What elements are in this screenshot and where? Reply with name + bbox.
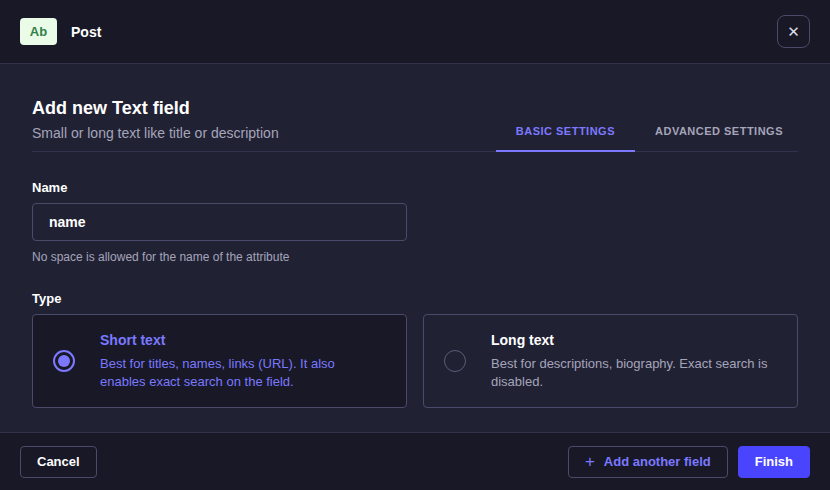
close-button[interactable]: ✕ <box>777 15 810 48</box>
dialog-heading: Add new Text field Small or long text li… <box>32 98 279 151</box>
plus-icon: + <box>585 453 595 470</box>
option-card-long-text[interactable]: Long text Best for descriptions, biograp… <box>423 314 798 408</box>
finish-button[interactable]: Finish <box>738 446 810 478</box>
name-field-group: Name No space is allowed for the name of… <box>32 180 798 264</box>
dialog-title-row: Add new Text field Small or long text li… <box>32 64 798 152</box>
radio-selected-icon[interactable] <box>53 350 75 372</box>
name-input[interactable] <box>32 203 407 241</box>
option-description: Best for titles, names, links (URL). It … <box>100 355 382 390</box>
option-title: Long text <box>491 332 773 348</box>
modal-body: Add new Text field Small or long text li… <box>0 64 830 432</box>
modal-footer: Cancel + Add another field Finish <box>0 432 830 490</box>
tab-advanced-settings[interactable]: ADVANCED SETTINGS <box>635 125 798 151</box>
content-type-title: Post <box>71 24 101 40</box>
close-icon: ✕ <box>787 24 800 39</box>
option-text: Long text Best for descriptions, biograp… <box>491 332 777 390</box>
option-text: Short text Best for titles, names, links… <box>100 332 386 390</box>
add-another-field-label: Add another field <box>604 454 711 469</box>
modal-header: Ab Post ✕ <box>0 0 830 64</box>
dialog-subtitle: Small or long text like title or descrip… <box>32 125 279 141</box>
name-helper-text: No space is allowed for the name of the … <box>32 250 798 264</box>
add-another-field-button[interactable]: + Add another field <box>568 446 728 478</box>
type-option-cards: Short text Best for titles, names, links… <box>32 314 798 408</box>
footer-actions: + Add another field Finish <box>568 446 810 478</box>
text-field-type-badge: Ab <box>20 18 57 45</box>
dialog-title: Add new Text field <box>32 98 279 119</box>
settings-tabs: BASIC SETTINGS ADVANCED SETTINGS <box>496 125 798 151</box>
option-description: Best for descriptions, biography. Exact … <box>491 355 773 390</box>
tab-basic-settings[interactable]: BASIC SETTINGS <box>496 125 635 151</box>
option-title: Short text <box>100 332 382 348</box>
radio-unselected-icon[interactable] <box>444 350 466 372</box>
type-field-group: Type Short text Best for titles, names, … <box>32 291 798 408</box>
option-card-short-text[interactable]: Short text Best for titles, names, links… <box>32 314 407 408</box>
cancel-button[interactable]: Cancel <box>20 446 97 478</box>
name-label: Name <box>32 180 798 195</box>
type-label: Type <box>32 291 798 306</box>
